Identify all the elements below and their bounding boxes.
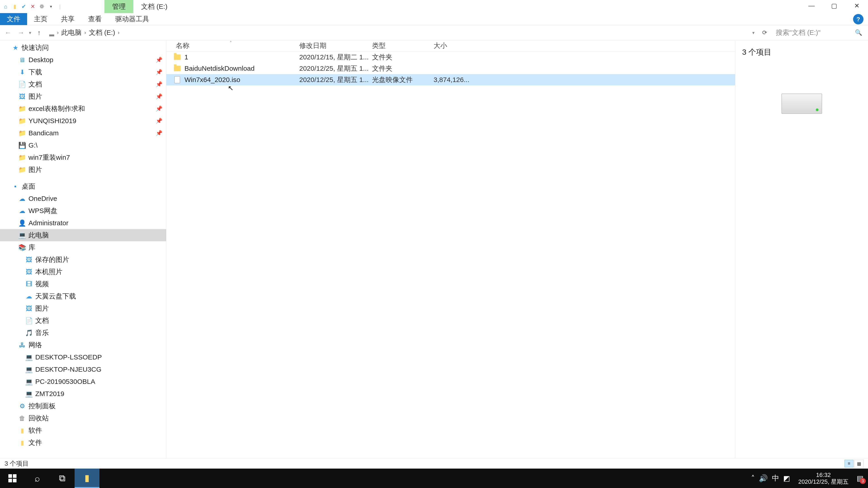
up-button[interactable]: ↑ [34,28,44,38]
nav-label: Administrator [29,219,68,227]
qat-settings-icon[interactable]: ❁ [38,3,46,10]
nav-item[interactable]: ☁ 天翼云盘下载 [0,290,166,302]
nav-item[interactable]: 💻 DESKTOP-NJEU3CG [0,363,166,376]
contextual-tab-manage[interactable]: 管理 [104,0,133,13]
nav-item[interactable]: 📄 文档 📌 [0,78,166,90]
tray-app-icon[interactable]: ◩ [783,474,790,483]
ime-indicator[interactable]: 中 [772,473,779,483]
icons-view-button[interactable]: ▦ [855,460,864,467]
nav-item[interactable]: 🖼 图片 [0,302,166,315]
column-headers[interactable]: ˄ 名称 修改日期 类型 大小 [166,40,735,52]
nav-quick-access[interactable]: ★ 快速访问 [0,41,166,54]
nav-item[interactable]: 👤 Administrator [0,217,166,229]
nav-label: 文件 [29,438,42,447]
col-size[interactable]: 大小 [434,41,472,51]
ribbon-tab-share[interactable]: 共享 [54,13,81,25]
help-button[interactable]: ? [853,14,864,24]
nav-item[interactable]: ☁ WPS网盘 [0,205,166,217]
nav-item[interactable]: 💻 DESKTOP-LSSOEDP [0,351,166,363]
col-type[interactable]: 类型 [372,41,434,51]
nav-software[interactable]: ▮ 软件 [0,424,166,436]
refresh-button[interactable]: ⟳ [760,28,770,38]
sort-asc-icon: ˄ [230,40,232,46]
history-drop-icon[interactable]: ▾ [29,30,31,35]
start-button[interactable] [0,468,25,488]
search-button[interactable]: ⌕ [25,468,50,488]
chevron-right-icon[interactable]: › [117,30,120,36]
nav-item[interactable]: 📁 Bandicam 📌 [0,127,166,139]
nav-item[interactable]: 🎞 视频 [0,278,166,290]
volume-icon[interactable]: 🔊 [759,474,768,483]
nav-item[interactable]: ⬇ 下载 📌 [0,66,166,78]
forward-button[interactable]: → [16,28,26,38]
nav-item[interactable]: 💾 G:\ [0,139,166,151]
ribbon-tab-view[interactable]: 查看 [81,13,108,25]
desktop-icon: ▪ [11,182,20,191]
action-center-icon[interactable]: ▤3 [857,474,864,483]
nav-item[interactable]: 🖼 本机照片 [0,266,166,278]
nav-item[interactable]: 📁 图片 [0,164,166,176]
nav-label: OneDrive [29,195,57,202]
nav-item[interactable]: ☁ OneDrive [0,193,166,205]
nav-recycle-bin[interactable]: 🗑 回收站 [0,412,166,424]
nav-item[interactable]: 💻 此电脑 [0,229,166,241]
nav-item[interactable]: 📄 文档 [0,315,166,327]
pin-icon: 📌 [156,81,162,88]
search-input[interactable]: 搜索"文档 (E:)" 🔍 [773,27,865,39]
nav-item[interactable]: 💻 PC-20190530OBLA [0,376,166,388]
nav-item[interactable]: 🖼 保存的图片 [0,254,166,266]
maximize-button[interactable]: ▢ [823,0,845,11]
navigation-pane[interactable]: ★ 快速访问 🖥 Desktop 📌 ⬇ 下载 📌 📄 文档 📌 🖼 图片 📌 … [0,40,166,458]
breadcrumb[interactable]: 文档 (E:) [87,28,117,37]
file-list[interactable]: ˄ 名称 修改日期 类型 大小 1 2020/12/15, 星期二 1... 文… [166,40,735,458]
chevron-right-icon[interactable]: › [56,30,59,36]
address-bar[interactable]: ▂ › 此电脑 › 文档 (E:) › ▾ [47,27,757,39]
ribbon-tab-drive-tools[interactable]: 驱动器工具 [108,13,156,25]
qat-drop-icon[interactable]: ▾ [47,3,55,10]
file-type: 文件夹 [372,53,434,62]
breadcrumb[interactable]: 此电脑 [59,28,84,37]
file-row[interactable]: BaiduNetdiskDownload 2020/12/25, 星期五 1..… [166,63,735,74]
window-close-button[interactable]: ✕ [845,0,868,11]
preview-item-count: 3 个项目 [742,47,861,57]
nav-item[interactable]: 🎵 音乐 [0,327,166,339]
nav-label: ZMT2019 [35,390,64,398]
nav-desktop[interactable]: ▪ 桌面 [0,180,166,193]
nav-item-icon: 📁 [18,105,26,113]
col-name[interactable]: 名称 [166,41,299,51]
nav-item[interactable]: 🖼 图片 📌 [0,90,166,103]
recycle-icon: 🗑 [18,414,26,422]
qat-folder-icon[interactable]: ▮ [11,3,19,10]
ribbon-tab-file[interactable]: 文件 [0,13,27,25]
nav-label: 控制面板 [29,401,56,411]
address-drop-icon[interactable]: ▾ [752,30,754,35]
details-view-button[interactable]: ≡ [844,460,854,467]
qat-close-icon[interactable]: ✕ [29,3,37,10]
file-row[interactable]: Win7x64_2020.iso 2020/12/25, 星期五 1... 光盘… [166,74,735,86]
clock[interactable]: 16:32 2020/12/25, 星期五 [794,471,852,485]
qat-check-icon[interactable]: ✔ [20,3,28,10]
chevron-right-icon[interactable]: › [84,30,87,36]
nav-item[interactable]: 💻 ZMT2019 [0,388,166,400]
nav-label: 网络 [29,340,42,350]
nav-label: 下载 [29,68,42,77]
task-view-button[interactable]: ⧉ [50,468,74,488]
taskbar[interactable]: ⌕ ⧉ ▮ ˄ 🔊 中 ◩ 16:32 2020/12/25, 星期五 ▤3 [0,468,868,488]
file-row[interactable]: 1 2020/12/15, 星期二 1... 文件夹 [166,52,735,63]
nav-network[interactable]: 🖧 网络 [0,339,166,351]
back-button[interactable]: ← [3,28,13,38]
nav-item[interactable]: 📁 excel表格制作求和 📌 [0,103,166,115]
nav-control-panel[interactable]: ⚙ 控制面板 [0,400,166,412]
minimize-button[interactable]: — [800,0,823,11]
nav-item-icon: 🖼 [25,256,33,264]
col-date[interactable]: 修改日期 [299,41,372,51]
explorer-taskbar-button[interactable]: ▮ [74,468,99,488]
nav-item[interactable]: 🖥 Desktop 📌 [0,54,166,66]
nav-label: 图片 [35,304,49,313]
nav-docs[interactable]: ▮ 文件 [0,436,166,449]
tray-overflow-icon[interactable]: ˄ [751,474,755,483]
nav-item[interactable]: 📁 YUNQISHI2019 📌 [0,115,166,127]
ribbon-tab-home[interactable]: 主页 [27,13,54,25]
nav-item[interactable]: 📁 win7重装win7 [0,151,166,164]
nav-item[interactable]: 📚 库 [0,241,166,254]
